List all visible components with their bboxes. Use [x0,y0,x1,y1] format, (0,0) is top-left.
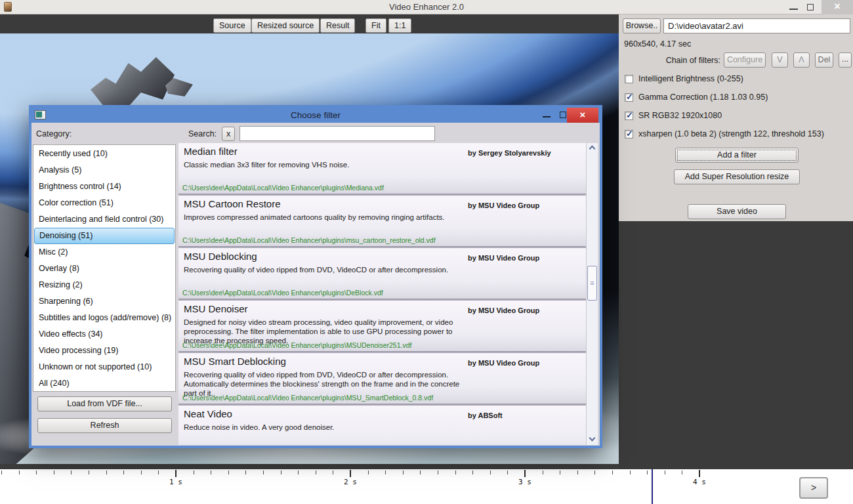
category-item[interactable]: Video processing (19) [34,343,175,359]
clear-search-button[interactable]: x [222,127,235,141]
dialog-titlebar[interactable]: Choose filter × [31,108,600,123]
more-button[interactable]: ... [839,52,852,68]
control-panel: Browse.. 960x540, 4.17 sec Chain of filt… [619,14,853,469]
filter-card[interactable]: MSU Cartoon Restore by MSU Video Group I… [178,196,586,246]
category-item[interactable]: Unknown or not supported (10) [34,359,175,375]
file-path-input[interactable] [663,18,850,33]
move-up-button[interactable]: Λ [793,52,810,68]
chain-of-filters-label: Chain of filters: [629,56,720,65]
filter-card[interactable]: MSU Smart Deblocking by MSU Video Group … [178,353,586,404]
filter-path: C:\Users\dee\AppData\Local\Video Enhance… [182,394,433,402]
filter-author: by MSU Video Group [468,254,539,262]
category-item[interactable]: Overlay (8) [34,261,175,277]
filter-chain-item[interactable]: Gamma Correction (1.18 1.03 0.95) [625,93,851,102]
category-item[interactable]: Video effects (34) [34,326,175,343]
filter-chain-item-label: xsharpen (1.0 beta 2) (strength 122, thr… [638,130,824,138]
video-bottom-strip [0,464,619,469]
add-filter-button[interactable]: Add a filter [675,148,799,163]
scroll-down-icon[interactable] [587,434,598,445]
category-item[interactable]: Subtitles and logos (add/remove) (8) [34,310,175,326]
playhead[interactable] [652,469,653,504]
category-item[interactable]: Denoising (51) [34,228,175,244]
scroll-up-icon[interactable] [587,143,598,154]
category-list: Recently used (10) Analysis (5) Brightne… [33,144,176,392]
category-item-label: Color correction (51) [39,198,114,207]
category-item[interactable]: Resizing (2) [34,277,175,293]
add-super-resolution-button[interactable]: Add Super Resolution resize [674,169,800,184]
timeline-major-tick [699,470,700,477]
filter-description: Recovering quality of video ripped from … [184,265,472,274]
filter-author: by Sergey Stolyarevskiy [468,149,551,157]
result-button[interactable]: Result [320,18,355,33]
configure-button[interactable]: Configure [724,52,766,68]
timeline-ruler[interactable]: 1 s 2 s 3 s 4 s [0,469,853,504]
close-icon[interactable]: × [822,0,853,14]
dialog-maximize-icon[interactable] [560,112,566,118]
load-vdf-button[interactable]: Load from VDF file... [37,396,172,411]
timeline-mark-label: 3 s [518,478,531,486]
dialog-title: Choose filter [31,108,600,123]
move-down-button[interactable]: V [772,52,788,68]
choose-filter-dialog: Choose filter × Category: Search: x Rece… [29,105,602,448]
filter-path: C:\Users\dee\AppData\Local\Video Enhance… [182,341,411,349]
dialog-close-icon[interactable]: × [567,108,598,123]
search-input[interactable] [239,126,435,141]
checkbox[interactable] [625,75,633,83]
save-video-button[interactable]: Save video [688,204,786,219]
checkbox[interactable] [625,112,633,120]
category-item-label: Denoising (51) [39,231,93,240]
restore-icon[interactable] [807,4,814,10]
browse-button[interactable]: Browse.. [623,18,661,33]
filter-author: by MSU Video Group [468,306,539,314]
checkbox[interactable] [625,130,633,138]
one-to-one-button[interactable]: 1:1 [388,18,411,33]
category-item[interactable]: Analysis (5) [34,162,175,178]
filter-chain-item[interactable]: xsharpen (1.0 beta 2) (strength 122, thr… [625,130,851,138]
filter-description: Classic median 3x3 filter for removing V… [184,160,472,169]
filter-name: Median filter [184,146,238,157]
category-item-label: Analysis (5) [39,165,81,175]
scrollbar-thumb[interactable]: ≡ [587,266,597,301]
filter-chain-item[interactable]: Intelligent Brightness (0-255) [625,75,851,83]
category-item[interactable]: Misc (2) [34,244,175,261]
filter-chain-item[interactable]: SR RGB32 1920x1080 [625,112,851,120]
filter-chain-list: Intelligent Brightness (0-255) Gamma Cor… [625,75,851,148]
delete-filter-button[interactable]: Del [815,52,833,68]
dialog-minimize-icon[interactable] [543,116,551,117]
dialog-body: Category: Search: x Recently used (10) A… [31,123,600,446]
timeline-major-tick [350,470,351,477]
resized-source-button[interactable]: Resized source [251,18,320,33]
filter-card[interactable]: Median filter by Sergey Stolyarevskiy Cl… [178,143,586,194]
filter-name: MSU Cartoon Restore [184,198,281,209]
dialog-scrollbar[interactable]: ≡ [586,143,598,445]
category-item[interactable]: Sharpening (6) [34,293,175,310]
filter-path: C:\Users\dee\AppData\Local\Video Enhance… [182,236,436,244]
filter-card[interactable]: MSU Denoiser by MSU Video Group Designed… [178,301,586,351]
filter-name: Neat Video [184,408,232,419]
filter-chain-item-label: SR RGB32 1920x1080 [638,112,722,120]
timeline-major-tick [524,470,526,477]
view-toolbar: Source Resized source Result Fit 1:1 [0,14,619,33]
filter-author: by MSU Video Group [468,201,539,209]
minimize-icon[interactable] [789,9,798,10]
fit-button[interactable]: Fit [365,18,386,33]
category-item[interactable]: Brightness control (14) [34,178,175,195]
checkbox[interactable] [625,93,633,102]
category-item[interactable]: Deinterlacing and field control (30) [34,211,175,228]
refresh-button[interactable]: Refresh [37,418,172,433]
filter-card[interactable]: MSU Deblocking by MSU Video Group Recove… [178,248,586,299]
timeline-mark-label: 2 s [344,478,357,486]
category-item-label: Overlay (8) [39,264,79,273]
category-item-label: Resizing (2) [39,280,83,289]
filter-card[interactable]: Neat Video by ABSoft Reduce noise in vid… [178,406,586,445]
category-item[interactable]: Recently used (10) [34,146,175,162]
next-frame-button[interactable]: > [799,477,828,499]
category-item-label: Deinterlacing and field control (30) [39,215,163,224]
timeline-minor-ticks [1,471,717,474]
category-item[interactable]: Color correction (51) [34,195,175,211]
timeline-mark-label: 4 s [693,478,706,486]
source-button[interactable]: Source [213,18,251,33]
category-item[interactable]: All (240) [34,375,175,392]
category-item-label: Brightness control (14) [39,182,121,191]
search-label: Search: [188,129,217,138]
